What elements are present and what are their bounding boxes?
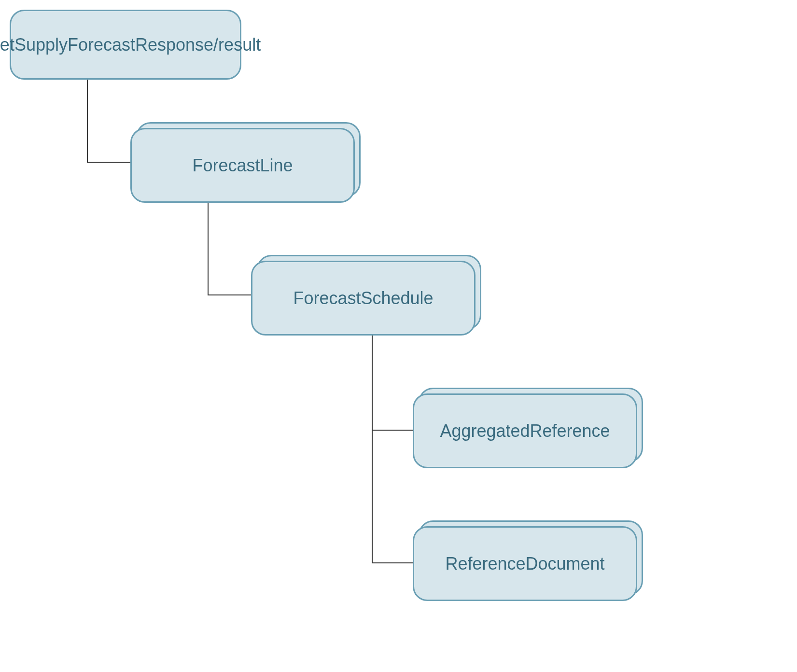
node-level3b: ReferenceDocument <box>413 526 637 601</box>
connector-level1-to-level2-h <box>208 294 251 295</box>
node-level2-label: ForecastSchedule <box>293 288 433 308</box>
node-level1-label: ForecastLine <box>192 155 293 176</box>
connector-root-to-level1-v <box>87 80 88 162</box>
connector-level2-to-level3a-v <box>372 336 373 430</box>
node-root-label: getSupplyForecastResponse/result <box>0 35 261 55</box>
node-level3a: AggregatedReference <box>413 393 637 468</box>
connector-level2-to-level3b-v <box>372 430 373 562</box>
connector-level2-to-level3a-h <box>372 430 413 431</box>
connector-level2-to-level3b-h <box>372 562 413 563</box>
node-level1: ForecastLine <box>130 128 355 203</box>
node-level2: ForecastSchedule <box>251 261 475 336</box>
node-level3b-label: ReferenceDocument <box>445 554 604 574</box>
connector-root-to-level1-h <box>87 162 130 163</box>
node-root: getSupplyForecastResponse/result <box>10 10 241 80</box>
connector-level1-to-level2-v <box>208 203 209 294</box>
node-level3a-label: AggregatedReference <box>440 421 610 441</box>
